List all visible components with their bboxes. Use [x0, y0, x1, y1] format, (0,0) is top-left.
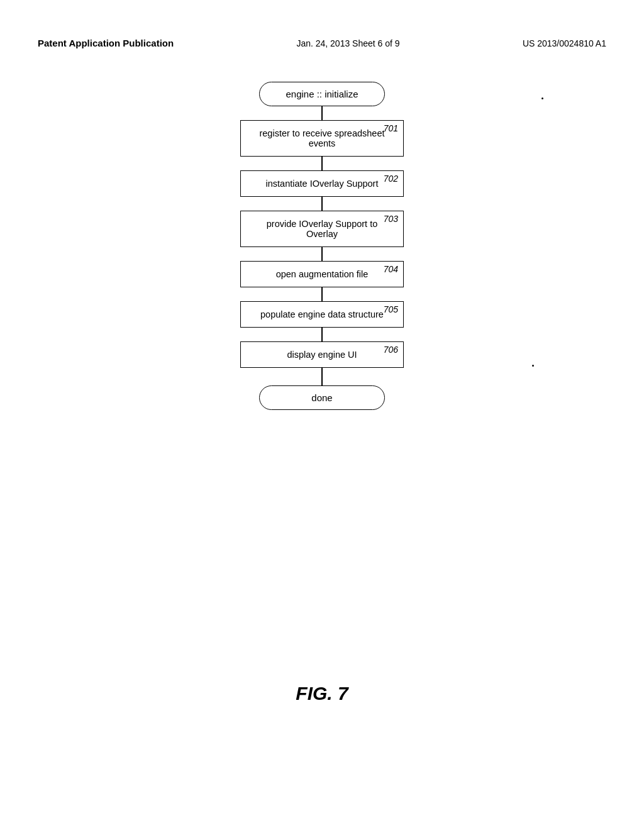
- header: Patent Application Publication Jan. 24, …: [0, 38, 644, 48]
- step-703-number: 703: [384, 214, 398, 224]
- start-label: engine :: initialize: [286, 89, 358, 99]
- connector-3: [321, 197, 323, 211]
- end-label: done: [311, 392, 332, 403]
- step-701-box: 701 register to receive spreadsheet even…: [240, 120, 404, 157]
- connector-7: [321, 368, 323, 385]
- connector-5: [321, 287, 323, 301]
- connector-2: [321, 157, 323, 170]
- step-704-number: 704: [384, 264, 398, 274]
- step-704-box: 704 open augmentation file: [240, 261, 404, 287]
- step-702-box: 702 instantiate IOverlay Support: [240, 170, 404, 197]
- end-node: done: [259, 385, 385, 410]
- step-702-text: instantiate IOverlay Support: [266, 179, 379, 189]
- step-702-number: 702: [384, 174, 398, 184]
- step-703-text: provide IOverlay Support to Overlay: [267, 219, 378, 239]
- connector-1: [321, 106, 323, 120]
- decorative-dot-mid: [532, 365, 534, 367]
- step-706-box: 706 display engine UI: [240, 341, 404, 368]
- flowchart-diagram: engine :: initialize 701 register to rec…: [215, 82, 429, 410]
- connector-6: [321, 328, 323, 341]
- header-date-sheet: Jan. 24, 2013 Sheet 6 of 9: [296, 38, 399, 48]
- decorative-dot-top: [541, 97, 543, 99]
- header-patent-number: US 2013/0024810 A1: [523, 38, 606, 48]
- header-publication-label: Patent Application Publication: [38, 38, 174, 48]
- step-705-number: 705: [384, 304, 398, 314]
- page: Patent Application Publication Jan. 24, …: [0, 0, 644, 830]
- connector-4: [321, 247, 323, 261]
- step-706-text: display engine UI: [287, 350, 357, 360]
- step-706-number: 706: [384, 345, 398, 355]
- step-701-number: 701: [384, 123, 398, 133]
- start-node: engine :: initialize: [259, 82, 385, 106]
- step-705-box: 705 populate engine data structure: [240, 301, 404, 328]
- figure-label: FIG. 7: [296, 683, 348, 704]
- step-705-text: populate engine data structure: [260, 309, 384, 319]
- step-703-box: 703 provide IOverlay Support to Overlay: [240, 211, 404, 247]
- step-701-text: register to receive spreadsheet events: [259, 128, 384, 148]
- step-704-text: open augmentation file: [276, 269, 369, 279]
